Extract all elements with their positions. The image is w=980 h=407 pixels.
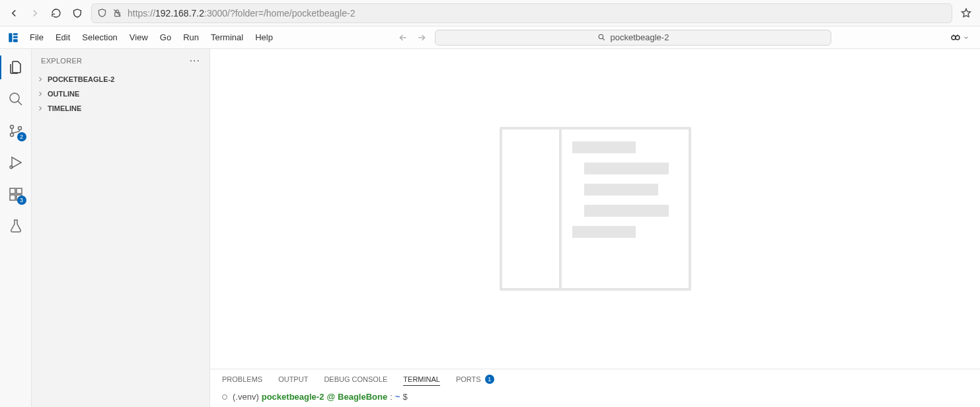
svg-point-6 [952,36,956,40]
terminal-prompt: $ [402,392,407,402]
menu-bar: File Edit Selection View Go Run Terminal… [0,26,980,49]
terminal-status-icon [222,394,227,400]
browser-toolbar: https://192.168.7.2:3000/?folder=/home/p… [0,0,980,26]
bookmark-star-icon[interactable] [959,6,973,20]
chevron-down-icon [963,34,969,41]
app-logo-icon [5,30,21,46]
url-text: https://192.168.7.2:3000/?folder=/home/p… [128,8,946,18]
panel-tabs: PROBLEMS OUTPUT DEBUG CONSOLE TERMINAL P… [210,369,980,389]
svg-point-7 [956,36,960,40]
svg-rect-3 [13,36,18,38]
forward-button[interactable] [28,6,42,20]
tab-output[interactable]: OUTPUT [278,375,308,386]
menu-selection[interactable]: Selection [76,26,123,49]
svg-point-12 [10,166,13,168]
activity-extensions[interactable]: 3 [0,180,32,209]
tree-section-timeline[interactable]: TIMELINE [32,101,209,116]
play-bug-icon [8,155,24,170]
empty-skeleton-icon [500,127,691,291]
tree-section-label: TIMELINE [48,104,81,112]
activity-explorer[interactable] [0,53,32,82]
copilot-icon[interactable] [950,32,969,44]
command-center[interactable]: pocketbeagle-2 [435,30,831,46]
chevron-right-icon [36,104,45,112]
command-center-text: pocketbeagle-2 [610,32,669,42]
nav-forward-icon[interactable] [415,31,428,44]
svg-point-10 [10,133,13,137]
files-icon [8,59,24,75]
menu-go[interactable]: Go [154,26,177,49]
sidebar-more-icon[interactable]: ··· [190,55,200,67]
lock-strike-icon [112,8,122,18]
url-bar[interactable]: https://192.168.7.2:3000/?folder=/home/p… [91,3,952,23]
reload-button[interactable] [49,6,63,20]
svg-point-5 [599,34,604,39]
activity-source-control[interactable]: 2 [0,116,32,145]
ports-badge: 1 [485,375,494,384]
terminal-body[interactable]: (.venv) pocketbeagle-2@BeagleBone:~$ [210,389,980,407]
svg-point-8 [10,93,19,102]
title-center: pocketbeagle-2 [279,30,950,46]
terminal-path: ~ [395,392,400,402]
terminal-at: @ [326,392,335,402]
tree-section-folder[interactable]: POCKETBEAGLE-2 [32,72,209,87]
tab-terminal[interactable]: TERMINAL [403,375,440,386]
menu-terminal[interactable]: Terminal [205,26,249,49]
shield-icon[interactable] [70,6,85,20]
menu-file[interactable]: File [24,26,50,49]
explorer-sidebar: EXPLORER ··· POCKETBEAGLE-2 OUTLINE TIME… [32,49,210,407]
activity-bar: 2 3 [0,49,32,407]
tree-section-label: OUTLINE [48,90,79,98]
sidebar-title-row: EXPLORER ··· [32,49,209,72]
sidebar-title: EXPLORER [41,57,82,65]
tree-section-label: POCKETBEAGLE-2 [48,75,114,83]
terminal-sep: : [390,392,393,402]
menu-edit[interactable]: Edit [50,26,76,49]
nav-back-icon[interactable] [396,31,410,44]
activity-testing[interactable] [0,211,32,240]
menu-run[interactable]: Run [177,26,205,49]
terminal-user: pocketbeagle-2 [262,392,324,402]
bottom-panel: PROBLEMS OUTPUT DEBUG CONSOLE TERMINAL P… [210,369,980,407]
tab-problems[interactable]: PROBLEMS [222,375,262,386]
svg-rect-13 [10,188,15,194]
tab-debug-console[interactable]: DEBUG CONSOLE [324,375,387,386]
ext-badge: 3 [17,196,26,205]
activity-run-debug[interactable] [0,148,32,177]
tab-ports[interactable]: PORTS 1 [456,375,494,387]
editor-empty-state [210,49,980,369]
search-icon [8,91,24,107]
tree-section-outline[interactable]: OUTLINE [32,87,209,101]
svg-rect-16 [17,188,22,194]
terminal-host: BeagleBone [338,392,387,402]
terminal-venv: (.venv) [233,392,259,402]
svg-rect-1 [9,33,12,42]
svg-point-9 [10,126,13,129]
menu-help[interactable]: Help [249,26,279,49]
chevron-right-icon [36,75,45,83]
menu-view[interactable]: View [124,26,154,49]
editor-area: PROBLEMS OUTPUT DEBUG CONSOLE TERMINAL P… [210,49,980,407]
shield-outline-icon [97,8,107,18]
search-icon [597,33,606,42]
back-button[interactable] [7,6,21,20]
svg-rect-14 [10,195,15,200]
svg-rect-2 [13,33,18,35]
beaker-icon [8,218,24,234]
activity-search[interactable] [0,85,32,114]
scm-badge: 2 [17,132,26,141]
svg-point-11 [18,127,21,130]
svg-rect-4 [13,39,18,42]
chevron-right-icon [36,90,45,98]
